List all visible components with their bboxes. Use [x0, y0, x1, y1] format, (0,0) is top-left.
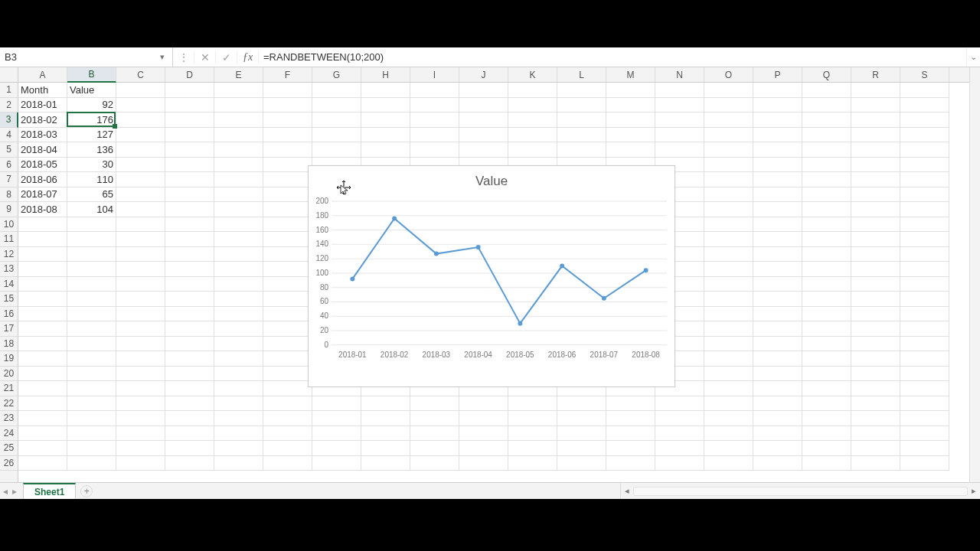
cell[interactable]	[753, 128, 802, 143]
cell[interactable]	[704, 292, 753, 307]
cell[interactable]: 30	[67, 158, 116, 173]
cell[interactable]	[410, 112, 459, 128]
cell[interactable]	[704, 441, 753, 456]
cell[interactable]	[165, 307, 214, 322]
cell[interactable]	[704, 337, 753, 352]
cell[interactable]	[459, 112, 508, 128]
cell[interactable]	[753, 456, 802, 471]
cell[interactable]: 2018-04	[18, 142, 67, 158]
cell[interactable]	[851, 321, 900, 337]
cell[interactable]	[508, 426, 557, 442]
cell[interactable]	[508, 411, 557, 426]
cell[interactable]	[753, 321, 802, 337]
cell[interactable]	[67, 351, 116, 367]
cell[interactable]	[165, 277, 214, 292]
cell[interactable]	[704, 142, 753, 158]
cell[interactable]	[312, 411, 361, 426]
cell[interactable]	[214, 112, 263, 128]
cell[interactable]	[557, 426, 606, 442]
cell[interactable]	[459, 142, 508, 158]
cell[interactable]	[116, 247, 165, 262]
cell[interactable]	[263, 83, 312, 98]
cell[interactable]	[263, 112, 312, 128]
cell[interactable]	[312, 142, 361, 158]
name-box-dropdown-icon[interactable]: ▾	[157, 52, 168, 62]
cell[interactable]	[361, 426, 410, 442]
name-box[interactable]: B3 ▾	[0, 47, 173, 67]
cell[interactable]: 176	[67, 112, 116, 128]
cell[interactable]	[753, 426, 802, 442]
cell[interactable]	[312, 456, 361, 471]
cell[interactable]	[900, 396, 949, 412]
cell[interactable]	[851, 411, 900, 426]
cell[interactable]	[802, 202, 851, 217]
cell[interactable]	[67, 381, 116, 396]
cell[interactable]	[459, 441, 508, 456]
cell[interactable]	[263, 367, 312, 382]
cell[interactable]	[116, 351, 165, 367]
cell[interactable]	[165, 142, 214, 158]
row-header[interactable]: 1	[0, 83, 18, 98]
cell[interactable]	[165, 337, 214, 352]
cell[interactable]	[263, 307, 312, 322]
cell[interactable]	[67, 321, 116, 337]
cell[interactable]	[802, 456, 851, 471]
cell[interactable]	[606, 128, 655, 143]
cell[interactable]	[753, 98, 802, 113]
row-header[interactable]: 13	[0, 262, 18, 277]
cell[interactable]	[900, 411, 949, 426]
cell[interactable]	[165, 158, 214, 173]
cell[interactable]	[900, 262, 949, 277]
cell[interactable]	[459, 98, 508, 113]
cell[interactable]	[606, 411, 655, 426]
cell[interactable]	[606, 112, 655, 128]
cell[interactable]	[900, 158, 949, 173]
cell[interactable]	[753, 202, 802, 217]
cell[interactable]	[165, 381, 214, 396]
cell[interactable]	[165, 262, 214, 277]
cell[interactable]	[851, 262, 900, 277]
cell[interactable]	[508, 128, 557, 143]
cell[interactable]	[116, 172, 165, 187]
cell[interactable]	[606, 142, 655, 158]
cell[interactable]	[459, 411, 508, 426]
cell[interactable]	[410, 426, 459, 442]
cell[interactable]	[410, 456, 459, 471]
cell[interactable]	[214, 98, 263, 113]
cell[interactable]	[312, 83, 361, 98]
cell[interactable]	[802, 396, 851, 412]
cell[interactable]	[557, 83, 606, 98]
cell[interactable]	[263, 381, 312, 396]
cell[interactable]	[704, 128, 753, 143]
cell[interactable]	[606, 83, 655, 98]
cell[interactable]	[263, 98, 312, 113]
cell[interactable]	[753, 337, 802, 352]
cell[interactable]	[704, 396, 753, 412]
cell[interactable]	[704, 158, 753, 173]
cell[interactable]	[67, 307, 116, 322]
cell[interactable]	[753, 277, 802, 292]
add-sheet-button[interactable]: +	[80, 485, 93, 497]
cell[interactable]	[18, 367, 67, 382]
cell[interactable]	[900, 307, 949, 322]
cell[interactable]	[214, 367, 263, 382]
cell[interactable]	[459, 456, 508, 471]
column-header[interactable]: N	[655, 67, 704, 82]
cell[interactable]	[67, 292, 116, 307]
cell[interactable]	[802, 441, 851, 456]
cell[interactable]	[165, 396, 214, 412]
cell[interactable]	[704, 112, 753, 128]
column-header[interactable]: Q	[802, 67, 851, 82]
cell[interactable]	[214, 381, 263, 396]
cell[interactable]	[18, 441, 67, 456]
cell[interactable]	[165, 367, 214, 382]
cell[interactable]	[802, 351, 851, 367]
cell[interactable]	[802, 262, 851, 277]
formula-input[interactable]: =RANDBETWEEN(10;200)	[259, 47, 966, 67]
cell[interactable]	[900, 98, 949, 113]
cell[interactable]	[116, 426, 165, 442]
cell[interactable]	[753, 367, 802, 382]
cell[interactable]	[361, 456, 410, 471]
column-header[interactable]: G	[312, 67, 361, 82]
cell[interactable]	[214, 411, 263, 426]
